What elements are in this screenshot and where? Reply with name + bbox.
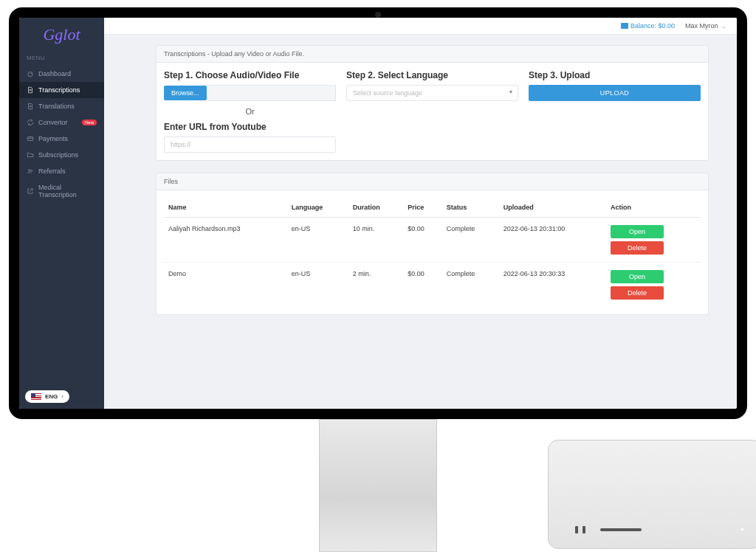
- col-price: Price: [403, 198, 442, 218]
- col-name: Name: [164, 198, 287, 218]
- table-row: Demo en-US 2 min. $0.00 Complete 2022-06…: [164, 263, 701, 308]
- us-flag-icon: [31, 393, 41, 400]
- upload-panel: Transcriptions - Upload any Video or Aud…: [156, 45, 709, 161]
- brand-logo: Gglot: [19, 18, 104, 55]
- col-duration: Duration: [348, 198, 404, 218]
- user-menu[interactable]: Max Myron ⌄: [685, 22, 726, 30]
- cell-language: en-US: [287, 218, 348, 263]
- cell-language: en-US: [287, 263, 348, 308]
- step-1-title: Step 1. Choose Audio/Video File: [164, 70, 336, 80]
- upload-button[interactable]: UPLOAD: [529, 85, 701, 101]
- user-name: Max Myron: [685, 22, 718, 30]
- cell-duration: 10 min.: [348, 218, 404, 263]
- sidebar-item-subscriptions[interactable]: Subscriptions: [19, 147, 104, 163]
- cell-status: Complete: [442, 218, 499, 263]
- files-panel-title: Files: [157, 173, 708, 190]
- svg-point-2: [29, 170, 31, 172]
- delete-button[interactable]: Delete: [611, 241, 664, 255]
- step-3-title: Step 3. Upload: [529, 70, 701, 80]
- balance-link[interactable]: Balance: $0.00: [621, 22, 675, 30]
- file-name-display: [207, 85, 336, 101]
- url-section-title: Enter URL from Youtube: [164, 122, 336, 132]
- external-link-icon: [27, 187, 34, 195]
- chevron-down-icon: ⌄: [721, 23, 726, 30]
- cell-status: Complete: [442, 263, 499, 308]
- main-area: Balance: $0.00 Max Myron ⌄ Transcription…: [104, 18, 737, 409]
- document-icon: [27, 86, 34, 94]
- cell-price: $0.00: [403, 218, 442, 263]
- col-status: Status: [442, 198, 499, 218]
- sidebar-item-dashboard[interactable]: Dashboard: [19, 66, 104, 82]
- browse-button[interactable]: Browse...: [164, 86, 207, 100]
- sidebar-item-label: Dashboard: [38, 70, 71, 77]
- cell-uploaded: 2022-06-13 20:30:33: [499, 263, 606, 308]
- chevron-right-icon: ›: [61, 393, 63, 400]
- col-uploaded: Uploaded: [499, 198, 606, 218]
- device-ports: [575, 526, 642, 533]
- menu-section-label: MENU: [19, 55, 104, 66]
- document-icon: [27, 103, 34, 110]
- language-switcher[interactable]: ENG ›: [25, 390, 69, 403]
- sidebar-item-label: Referrals: [38, 167, 66, 175]
- refresh-icon: [27, 119, 34, 126]
- balance-text: Balance: $0.00: [630, 22, 675, 30]
- open-button[interactable]: Open: [611, 225, 664, 238]
- sidebar-item-payments[interactable]: Payments: [19, 131, 104, 147]
- monitor-stand: [319, 419, 437, 552]
- sidebar-item-label: Payments: [38, 135, 68, 142]
- sidebar-item-label: Convertor: [38, 119, 68, 126]
- sidebar-item-convertor[interactable]: Convertor New: [19, 114, 104, 131]
- sidebar-item-translations[interactable]: Translations: [19, 98, 104, 114]
- step-2-title: Step 2. Select Language: [346, 70, 518, 80]
- cell-name: Aaliyah Richardson.mp3: [164, 218, 287, 263]
- sidebar-item-label: Subscriptions: [38, 151, 78, 159]
- open-button[interactable]: Open: [611, 270, 664, 283]
- power-led-icon: [741, 528, 743, 530]
- wallet-icon: [621, 23, 628, 29]
- camera-notch: [375, 12, 381, 18]
- step-2: Step 2. Select Language Select source la…: [346, 70, 518, 153]
- svg-point-3: [31, 170, 32, 171]
- sidebar-item-medical[interactable]: Medical Transcription: [19, 179, 104, 203]
- cell-price: $0.00: [403, 263, 442, 308]
- cell-duration: 2 min.: [348, 263, 404, 308]
- speedometer-icon: [27, 70, 34, 77]
- files-table: Name Language Duration Price Status Uplo…: [164, 198, 701, 307]
- upload-panel-title: Transcriptions - Upload any Video or Aud…: [157, 46, 708, 63]
- sidebar-item-label: Medical Transcription: [38, 184, 97, 198]
- topbar: Balance: $0.00 Max Myron ⌄: [104, 18, 737, 35]
- monitor-frame: Gglot MENU Dashboard Transcriptions Tran…: [9, 7, 747, 419]
- step-3: Step 3. Upload UPLOAD: [529, 70, 701, 153]
- sidebar-item-transcriptions[interactable]: Transcriptions: [19, 82, 104, 98]
- col-action: Action: [606, 198, 701, 218]
- step-1: Step 1. Choose Audio/Video File Browse..…: [164, 70, 336, 153]
- col-language: Language: [287, 198, 348, 218]
- users-icon: [27, 167, 34, 175]
- new-badge: New: [82, 120, 97, 125]
- folder-icon: [27, 151, 34, 159]
- sidebar: Gglot MENU Dashboard Transcriptions Tran…: [19, 18, 104, 409]
- sidebar-item-label: Transcriptions: [38, 86, 80, 94]
- files-panel: Files Name Language Duration Price Statu…: [156, 173, 709, 315]
- or-divider: Or: [164, 107, 336, 116]
- language-code: ENG: [45, 393, 58, 400]
- mac-studio-device: [548, 440, 756, 549]
- svg-rect-1: [27, 137, 33, 141]
- creditcard-icon: [27, 135, 34, 142]
- screen: Gglot MENU Dashboard Transcriptions Tran…: [19, 18, 737, 409]
- sidebar-item-label: Translations: [38, 103, 75, 110]
- cell-uploaded: 2022-06-13 20:31:00: [499, 218, 606, 263]
- youtube-url-input[interactable]: [164, 136, 336, 153]
- sidebar-item-referrals[interactable]: Referrals: [19, 163, 104, 179]
- cell-name: Demo: [164, 263, 287, 308]
- content: Transcriptions - Upload any Video or Aud…: [104, 35, 737, 337]
- table-row: Aaliyah Richardson.mp3 en-US 10 min. $0.…: [164, 218, 701, 263]
- delete-button[interactable]: Delete: [611, 286, 664, 300]
- language-select[interactable]: Select source language: [346, 85, 518, 101]
